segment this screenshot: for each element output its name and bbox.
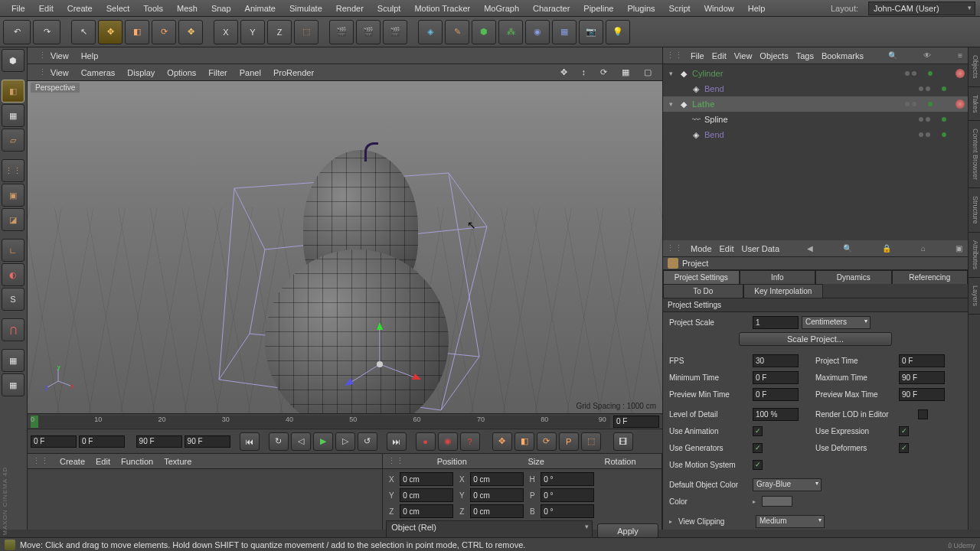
home-icon[interactable]: ⌂ [919, 244, 928, 253]
tree-row-lathe[interactable]: ▾ ◆ Lathe [663, 96, 968, 112]
menu-select[interactable]: Select [100, 2, 137, 15]
filter-icon[interactable]: ≡ [956, 51, 965, 60]
vp-prorender[interactable]: ProRender [267, 66, 320, 80]
mat-function[interactable]: Function [121, 457, 153, 466]
color-expand[interactable]: ▸ [753, 498, 759, 505]
mat-texture[interactable]: Texture [164, 457, 191, 466]
rot-h-field[interactable] [541, 472, 594, 486]
vp-filter[interactable]: Filter [202, 66, 233, 80]
obj-objects[interactable]: Objects [760, 51, 788, 60]
workplane-button[interactable]: ▱ [2, 129, 24, 152]
rtab-structure[interactable]: Structure [969, 188, 980, 233]
model-mode-button[interactable]: ◧ [2, 80, 24, 103]
tab-info[interactable]: Info [740, 270, 816, 284]
polys-mode-button[interactable]: ◪ [2, 208, 24, 231]
vp-nav-layout-icon[interactable]: ▦ [616, 65, 635, 80]
add-cube-button[interactable]: ◈ [418, 20, 443, 44]
visibility-dots[interactable] [919, 86, 942, 91]
obj-bookmarks[interactable]: Bookmarks [822, 51, 864, 60]
menu-tools[interactable]: Tools [136, 2, 170, 15]
vp-options[interactable]: Options [161, 66, 202, 80]
fps-field[interactable] [753, 354, 799, 367]
record-button[interactable]: ● [416, 432, 436, 451]
phong-tag-icon[interactable] [956, 99, 965, 109]
enable-dot[interactable] [942, 117, 965, 122]
next-frame-button[interactable]: ▷ [335, 432, 355, 451]
tab-dynamics[interactable]: Dynamics [815, 270, 892, 284]
enable-dot[interactable] [928, 102, 951, 106]
rtab-takes[interactable]: Takes [969, 87, 980, 122]
vp-display[interactable]: Display [121, 66, 161, 80]
menu-window[interactable]: Window [697, 2, 741, 15]
move-gizmo[interactable] [334, 318, 410, 395]
project-scale-field[interactable] [753, 316, 799, 329]
proj-time-field[interactable] [899, 354, 945, 367]
rtab-content-browser[interactable]: Content Browser [969, 121, 980, 188]
key-scale-button[interactable]: ◧ [514, 432, 534, 451]
obj-edit[interactable]: Edit [712, 51, 727, 60]
edges-mode-button[interactable]: ▣ [2, 184, 24, 207]
rtab-layers[interactable]: Layers [969, 278, 980, 315]
vp-nav-move-icon[interactable]: ✥ [554, 65, 573, 80]
range-end-field[interactable]: 90 F [185, 435, 230, 448]
vp-cameras[interactable]: Cameras [75, 66, 122, 80]
project-unit-dropdown[interactable]: Centimeters [802, 316, 871, 329]
obj-view[interactable]: View [734, 51, 753, 60]
redo-button[interactable]: ↷ [33, 20, 60, 44]
use-deformers-checkbox[interactable]: ✓ [899, 443, 909, 453]
add-spline-button[interactable]: ✎ [445, 20, 469, 44]
preview-start-field[interactable]: 0 F [79, 435, 125, 448]
visibility-dots[interactable] [905, 71, 928, 76]
next-key-button[interactable]: ↺ [358, 432, 377, 451]
rtab-attributes[interactable]: Attributes [969, 233, 980, 278]
object-tree[interactable]: ▾ ◆ Cylinder ◈ Bend ▾ ◆ Lathe 〰 Spline ◈… [663, 64, 968, 240]
coord-mode-dropdown[interactable]: Object (Rel) [386, 520, 593, 539]
max-time-field[interactable] [899, 371, 945, 384]
min-time-field[interactable] [753, 371, 799, 384]
enable-dot[interactable] [942, 132, 965, 137]
attr-mode[interactable]: Mode [691, 244, 712, 253]
prev-frame-button[interactable]: ◁ [291, 432, 311, 451]
pos-z-field[interactable] [400, 504, 453, 518]
mat-edit[interactable]: Edit [96, 457, 110, 466]
preview-min-field[interactable] [753, 388, 799, 401]
render-settings-button[interactable]: 🎬 [383, 20, 407, 44]
object-name[interactable]: Bend [704, 84, 919, 93]
use-generators-checkbox[interactable]: ✓ [753, 443, 763, 453]
menu-file[interactable]: File [5, 2, 32, 15]
rot-b-field[interactable] [541, 504, 594, 518]
vclip-expand[interactable]: ▸ [669, 518, 675, 525]
lock-icon[interactable]: 🔒 [880, 244, 893, 253]
tree-row-spline[interactable]: 〰 Spline [663, 112, 968, 127]
menu-character[interactable]: Character [526, 2, 577, 15]
tab-referencing[interactable]: Referencing [892, 270, 969, 284]
rtab-objects[interactable]: Objects [969, 47, 980, 87]
pos-x-field[interactable] [400, 472, 453, 486]
rotate-tool[interactable]: ⟳ [152, 20, 176, 44]
menu-sculpt[interactable]: Sculpt [371, 2, 408, 15]
locked-workplane-button[interactable]: ▦ [2, 349, 24, 372]
play-button[interactable]: ▶ [313, 432, 333, 451]
key-rot-button[interactable]: ⟳ [537, 432, 557, 451]
menu-snap[interactable]: Snap [204, 2, 238, 15]
coord-sys-button[interactable]: ⬚ [294, 20, 318, 44]
points-mode-button[interactable]: ⋮⋮ [2, 159, 24, 182]
vp-nav-max-icon[interactable]: ▢ [638, 65, 658, 80]
object-name[interactable]: Cylinder [692, 69, 905, 78]
visibility-dots[interactable] [919, 132, 942, 137]
preview-max-field[interactable] [899, 388, 945, 401]
size-y-field[interactable] [470, 488, 524, 502]
layout-dropdown[interactable]: John-CAM (User) [868, 2, 975, 15]
lasttool-button[interactable]: ✥ [178, 20, 203, 44]
animation-layout-button[interactable]: 🎞 [613, 432, 633, 451]
menu-script[interactable]: Script [662, 2, 697, 15]
expand-icon[interactable]: ▾ [666, 100, 675, 108]
object-name[interactable]: Spline [704, 115, 919, 124]
y-axis-button[interactable]: Y [240, 20, 265, 44]
use-animation-checkbox[interactable]: ✓ [753, 426, 763, 436]
attr-userdata[interactable]: User Data [742, 244, 780, 253]
menu-mesh[interactable]: Mesh [170, 2, 204, 15]
vp-nav-zoom-icon[interactable]: ↕ [576, 65, 593, 80]
search-icon[interactable]: 🔍 [886, 51, 900, 60]
size-x-field[interactable] [470, 472, 524, 486]
